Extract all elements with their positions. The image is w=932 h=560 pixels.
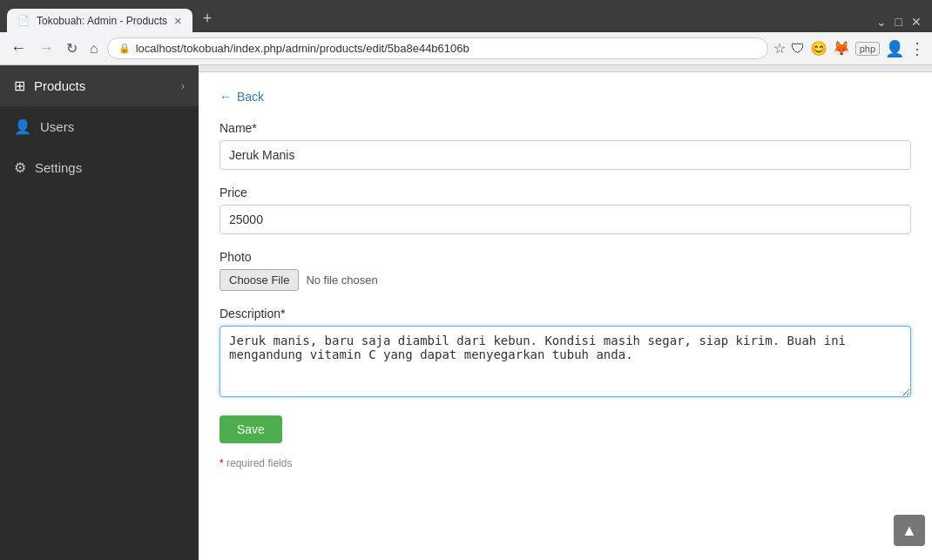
photo-form-group: Photo Choose File No file chosen xyxy=(219,250,911,291)
description-label: Description* xyxy=(219,307,911,320)
photo-label: Photo xyxy=(219,250,911,264)
back-browser-button[interactable]: ← xyxy=(7,37,30,59)
window-close-button[interactable]: ✕ xyxy=(908,15,925,29)
back-link-label: Back xyxy=(237,90,264,104)
name-input[interactable] xyxy=(219,140,911,170)
php-badge: php xyxy=(855,42,880,56)
sidebar-item-products-label: Products xyxy=(34,78,172,93)
sidebar-item-settings[interactable]: ⚙ Settings xyxy=(0,147,199,188)
address-text: localhost/tokobuah/index.php/admin/produ… xyxy=(136,42,469,55)
tab-close-icon[interactable]: × xyxy=(174,14,182,27)
address-bar[interactable]: 🔒 localhost/tokobuah/index.php/admin/pro… xyxy=(107,37,768,59)
settings-icon: ⚙ xyxy=(14,159,26,176)
back-link[interactable]: ← Back xyxy=(219,90,264,104)
sidebar-item-products[interactable]: ⊞ Products › xyxy=(0,65,199,106)
tab-page-icon: 📄 xyxy=(17,15,30,26)
sidebar: ⊞ Products › 👤 Users ⚙ Settings xyxy=(0,65,199,560)
forward-browser-button[interactable]: → xyxy=(35,37,57,59)
back-arrow-icon: ← xyxy=(219,90,232,104)
sidebar-item-settings-label: Settings xyxy=(35,160,185,175)
window-maximize-button[interactable]: □ xyxy=(892,15,906,29)
no-file-text: No file chosen xyxy=(306,273,377,287)
save-button[interactable]: Save xyxy=(219,415,282,443)
name-label: Name* xyxy=(219,121,911,135)
new-tab-button[interactable]: + xyxy=(194,5,221,32)
save-button-wrapper: Save xyxy=(219,415,911,443)
tab-title: Tokobuah: Admin - Products xyxy=(37,15,167,27)
description-form-group: Description* xyxy=(219,307,911,400)
window-minimize-button[interactable]: ⌄ xyxy=(873,15,890,29)
price-label: Price xyxy=(219,186,911,199)
required-note-text: required fields xyxy=(226,457,292,469)
description-textarea[interactable] xyxy=(219,326,911,397)
products-icon: ⊞ xyxy=(14,78,25,94)
chevron-right-icon: › xyxy=(181,80,185,92)
choose-file-button[interactable]: Choose File xyxy=(219,269,299,291)
browser-tab[interactable]: 📄 Tokobuah: Admin - Products × xyxy=(7,9,192,32)
pocket-button[interactable]: 🛡 xyxy=(791,41,805,57)
bookmark-button[interactable]: ☆ xyxy=(773,40,786,57)
lock-icon: 🔒 xyxy=(118,43,131,54)
reload-browser-button[interactable]: ↻ xyxy=(63,38,81,58)
users-icon: 👤 xyxy=(14,118,31,135)
price-form-group: Price xyxy=(219,186,911,234)
name-form-group: Name* xyxy=(219,121,911,170)
required-note: * required fields xyxy=(219,457,911,469)
price-input[interactable] xyxy=(219,205,911,234)
emoji-button[interactable]: 😊 xyxy=(810,40,827,57)
home-browser-button[interactable]: ⌂ xyxy=(86,39,102,58)
profile-button[interactable]: 👤 xyxy=(885,39,904,58)
main-content: ← Back Name* Price Photo Choose File No … xyxy=(199,65,932,560)
sidebar-item-users[interactable]: 👤 Users xyxy=(0,106,199,147)
sidebar-item-users-label: Users xyxy=(40,119,185,134)
menu-button[interactable]: ⋮ xyxy=(909,39,925,58)
firefox-button[interactable]: 🦊 xyxy=(833,40,850,57)
scroll-to-top-button[interactable]: ▲ xyxy=(894,515,925,546)
